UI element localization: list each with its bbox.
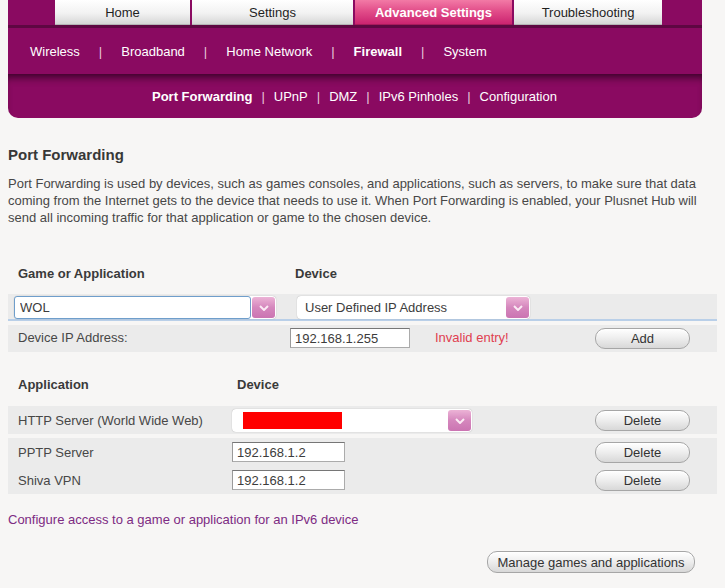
subnav-item-upnp[interactable]: UPnP	[274, 89, 308, 104]
manage-games-and-applications-button[interactable]: Manage games and applications	[487, 551, 695, 573]
device-ip-address-input[interactable]	[290, 328, 410, 348]
add-form-selection-row: User Defined IP Address	[8, 294, 717, 321]
nav-item-wireless[interactable]: Wireless	[30, 44, 80, 59]
nav-item-home-network[interactable]: Home Network	[226, 44, 312, 59]
chevron-down-icon	[455, 418, 465, 424]
nav-item-firewall[interactable]: Firewall	[354, 44, 402, 59]
device-dropdown-button[interactable]	[506, 297, 529, 318]
main-content: Port Forwarding Port Forwarding is used …	[0, 118, 725, 226]
device-ip-address-label: Device IP Address:	[18, 330, 128, 345]
column-header-device: Device	[295, 266, 337, 281]
subnav-separator: |	[261, 89, 264, 104]
subnav-separator: |	[366, 89, 369, 104]
device-select-value: User Defined IP Address	[297, 296, 505, 319]
application-name: HTTP Server (World Wide Web)	[18, 413, 203, 428]
subnav-item-port-forwarding[interactable]: Port Forwarding	[152, 89, 252, 104]
add-form-ip-row: Device IP Address: Invalid entry! Add	[8, 325, 717, 352]
pptp-device-ip-input[interactable]	[232, 442, 345, 462]
section-nav: Wireless | Broadband | Home Network | Fi…	[8, 28, 702, 74]
subnav-item-dmz[interactable]: DMZ	[329, 89, 357, 104]
application-name: Shiva VPN	[18, 473, 81, 488]
column-header-application: Application	[18, 377, 89, 392]
rule-row-pptp-server: PPTP Server Delete	[8, 438, 717, 466]
tab-troubleshooting[interactable]: Troubleshooting	[514, 0, 662, 25]
nav-separator: |	[421, 44, 424, 59]
nav-separator: |	[204, 44, 207, 59]
chevron-down-icon	[513, 305, 523, 311]
tab-advanced-settings[interactable]: Advanced Settings	[355, 0, 512, 25]
ipv6-configure-link[interactable]: Configure access to a game or applicatio…	[8, 512, 358, 527]
rule-row-shiva-vpn: Shiva VPN Delete	[8, 466, 717, 494]
subnav-separator: |	[467, 89, 470, 104]
game-dropdown-button[interactable]	[252, 297, 275, 318]
http-device-dropdown-button[interactable]	[448, 410, 471, 431]
add-button[interactable]: Add	[595, 328, 690, 349]
column-header-game-or-application: Game or Application	[18, 266, 145, 281]
tab-home[interactable]: Home	[55, 0, 190, 25]
game-or-application-input[interactable]	[14, 296, 251, 319]
red-selection-block	[243, 412, 342, 429]
delete-button[interactable]: Delete	[595, 442, 690, 463]
subnav-separator: |	[317, 89, 320, 104]
subnav-item-configuration[interactable]: Configuration	[480, 89, 557, 104]
firewall-subnav: Port Forwarding | UPnP | DMZ | IPv6 Pinh…	[8, 74, 702, 118]
page-title: Port Forwarding	[8, 146, 725, 163]
shiva-device-ip-input[interactable]	[232, 470, 345, 490]
delete-button[interactable]: Delete	[595, 470, 690, 491]
http-device-select[interactable]	[232, 409, 472, 432]
invalid-entry-message: Invalid entry!	[435, 330, 509, 345]
application-name: PPTP Server	[18, 445, 94, 460]
page-description: Port Forwarding is used by devices, such…	[8, 175, 710, 226]
delete-button[interactable]: Delete	[595, 410, 690, 431]
column-header-device-2: Device	[237, 377, 279, 392]
nav-item-system[interactable]: System	[443, 44, 486, 59]
chevron-down-icon	[259, 305, 269, 311]
subnav-item-ipv6-pinholes[interactable]: IPv6 Pinholes	[379, 89, 459, 104]
top-banner: Home Settings Advanced Settings Troubles…	[8, 0, 702, 118]
nav-item-broadband[interactable]: Broadband	[121, 44, 185, 59]
primary-tabs: Home Settings Advanced Settings Troubles…	[55, 0, 662, 25]
device-select[interactable]: User Defined IP Address	[297, 296, 530, 319]
tab-settings[interactable]: Settings	[192, 0, 353, 25]
nav-separator: |	[331, 44, 334, 59]
nav-separator: |	[99, 44, 102, 59]
rule-row-http-server: HTTP Server (World Wide Web) Delete	[8, 406, 717, 434]
game-or-application-combobox	[14, 296, 276, 319]
